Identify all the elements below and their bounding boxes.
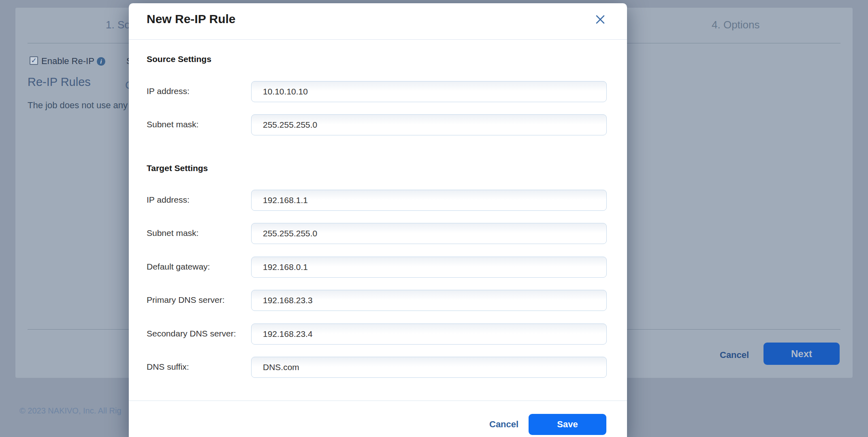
checkmark-icon: ✓ [31, 57, 36, 64]
secondary-dns-input[interactable] [251, 323, 607, 345]
source-ip-label: IP address: [147, 86, 190, 96]
target-ip-label: IP address: [147, 195, 190, 205]
wizard-step-4[interactable]: 4. Options [712, 19, 760, 31]
info-icon[interactable]: i [97, 57, 105, 66]
default-gateway-input[interactable] [251, 257, 607, 278]
source-ip-input[interactable] [251, 81, 607, 102]
source-subnet-input[interactable] [251, 114, 607, 135]
copyright-text: © 2023 NAKIVO, Inc. All Rig [19, 406, 122, 416]
primary-dns-label: Primary DNS server: [147, 295, 225, 305]
primary-dns-input[interactable] [251, 290, 607, 311]
page-title: Re-IP Rules [28, 75, 91, 89]
source-settings-heading: Source Settings [147, 54, 211, 64]
enable-reip-checkbox[interactable]: ✓ [30, 56, 38, 65]
new-reip-rule-dialog: New Re-IP Rule Source Settings IP addres… [129, 3, 627, 437]
enable-reip-label: Enable Re-IP [41, 56, 94, 66]
close-icon [595, 15, 605, 24]
target-subnet-label: Subnet mask: [147, 228, 198, 238]
wizard-next-button[interactable]: Next [763, 343, 840, 365]
empty-rules-text: The job does not use any [28, 100, 128, 111]
dialog-title: New Re-IP Rule [147, 12, 236, 26]
dialog-cancel-button[interactable]: Cancel [489, 419, 518, 430]
save-button[interactable]: Save [529, 414, 606, 435]
dialog-header: New Re-IP Rule [129, 3, 627, 40]
target-subnet-input[interactable] [251, 223, 607, 244]
source-subnet-label: Subnet mask: [147, 120, 198, 129]
target-settings-heading: Target Settings [147, 163, 208, 173]
nakivo-reip-wizard-screen: 1. So 4. Options ✓ Enable Re-IP i S Re-I… [0, 0, 868, 437]
target-ip-input[interactable] [251, 190, 607, 211]
dialog-footer: Cancel Save [129, 401, 627, 437]
wizard-step-1[interactable]: 1. So [106, 19, 130, 31]
info-icon-glyph: i [100, 59, 102, 64]
dns-suffix-input[interactable] [251, 357, 607, 378]
close-button[interactable] [595, 14, 606, 25]
default-gateway-label: Default gateway: [147, 262, 210, 272]
secondary-dns-label: Secondary DNS server: [147, 329, 236, 338]
dns-suffix-label: DNS suffix: [147, 362, 189, 372]
wizard-cancel-button[interactable]: Cancel [720, 350, 749, 360]
